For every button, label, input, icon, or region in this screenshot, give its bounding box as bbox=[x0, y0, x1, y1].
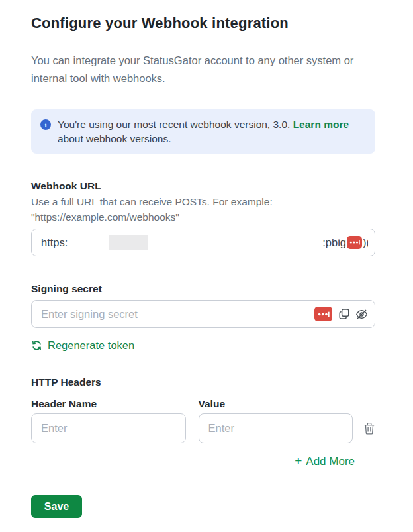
webhook-settings-page: Configure your Webhook integration You c… bbox=[0, 0, 413, 532]
page-subtitle: You can integrate your StatusGator accou… bbox=[31, 52, 375, 87]
banner-text-before: You're using our most recent webhook ver… bbox=[58, 119, 293, 130]
lastpass-icon[interactable] bbox=[347, 236, 362, 249]
header-name-label: Header Name bbox=[31, 398, 186, 410]
page-title: Configure your Webhook integration bbox=[31, 15, 375, 32]
info-banner: i You're using our most recent webhook v… bbox=[31, 109, 375, 154]
value-label: Value bbox=[199, 398, 353, 410]
http-header-row: Header Name Value bbox=[31, 398, 375, 443]
add-more-button[interactable]: +Add More bbox=[31, 454, 355, 468]
add-more-label: Add More bbox=[306, 455, 355, 468]
refresh-icon bbox=[31, 340, 42, 351]
banner-text-after: about webhook versions. bbox=[58, 133, 171, 144]
eye-slash-icon[interactable] bbox=[355, 308, 368, 321]
signing-secret-section: Signing secret bbox=[31, 283, 375, 354]
plus-icon: + bbox=[295, 454, 302, 468]
learn-more-link[interactable]: Learn more bbox=[293, 119, 349, 130]
regenerate-token-label: Regenerate token bbox=[48, 339, 134, 352]
redacted-url-segment bbox=[109, 235, 148, 250]
webhook-url-label: Webhook URL bbox=[31, 180, 375, 192]
header-name-column: Header Name bbox=[31, 398, 186, 443]
webhook-url-input[interactable]: https: :pbig )( bbox=[31, 229, 375, 256]
http-headers-section: HTTP Headers Header Name Value bbox=[31, 376, 375, 468]
signing-secret-input[interactable] bbox=[41, 308, 308, 321]
banner-text: You're using our most recent webhook ver… bbox=[58, 117, 365, 146]
url-value-clipped: )( bbox=[363, 237, 368, 249]
header-value-input[interactable] bbox=[199, 413, 353, 443]
delete-header-row-button[interactable] bbox=[363, 422, 375, 435]
save-button[interactable]: Save bbox=[31, 495, 82, 518]
url-value-prefix: https: bbox=[41, 237, 68, 249]
lastpass-dots-glyph bbox=[318, 311, 330, 317]
signing-secret-inputbox bbox=[31, 300, 375, 328]
webhook-url-help-line2: "https://example.com/webhooks" bbox=[31, 211, 179, 223]
trash-icon bbox=[363, 422, 375, 435]
webhook-url-help: Use a full URL that can receive POSTs. F… bbox=[31, 194, 375, 225]
url-value-suffix: :pbig bbox=[322, 237, 346, 249]
webhook-url-section: Webhook URL Use a full URL that can rece… bbox=[31, 180, 375, 256]
header-name-input[interactable] bbox=[31, 413, 186, 443]
url-value-right: :pbig )( bbox=[322, 236, 368, 249]
webhook-url-help-line1: Use a full URL that can receive POSTs. F… bbox=[31, 196, 273, 207]
lastpass-dots-glyph bbox=[349, 240, 360, 245]
http-headers-label: HTTP Headers bbox=[31, 376, 375, 388]
regenerate-token-link[interactable]: Regenerate token bbox=[31, 339, 134, 352]
lastpass-icon[interactable] bbox=[314, 307, 332, 321]
signing-secret-label: Signing secret bbox=[31, 283, 375, 295]
header-value-column: Value bbox=[199, 398, 353, 443]
signing-secret-icons bbox=[314, 307, 368, 321]
copy-icon[interactable] bbox=[338, 308, 350, 320]
info-icon: i bbox=[40, 119, 51, 130]
